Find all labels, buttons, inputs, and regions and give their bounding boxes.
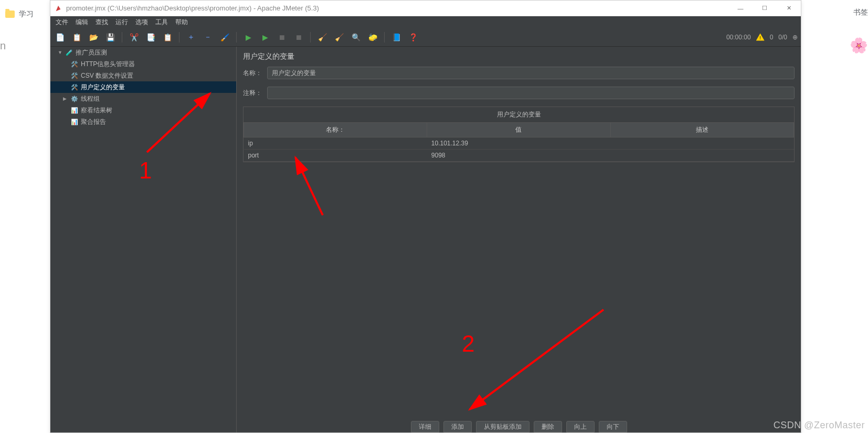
caret-right-icon[interactable]: ▶ — [63, 96, 68, 101]
shutdown-icon[interactable]: ⏹ — [292, 31, 305, 44]
add-from-clipboard-button[interactable]: 从剪贴板添加 — [476, 421, 530, 432]
chart-icon: 📊 — [70, 106, 79, 114]
tree-root-label: 推广员压测 — [76, 48, 107, 57]
tree-item-label: 聚合报告 — [81, 118, 106, 126]
copy-icon[interactable]: 📑 — [144, 31, 157, 44]
menu-file[interactable]: 文件 — [52, 17, 71, 28]
cut-icon[interactable]: ✂️ — [128, 31, 140, 44]
jmeter-icon — [55, 5, 62, 12]
cell-desc[interactable] — [610, 138, 793, 150]
open-icon[interactable]: 📂 — [87, 31, 100, 44]
table-row[interactable]: ip 10.101.12.39 — [244, 138, 794, 150]
expand-icon[interactable]: ⊕ — [792, 34, 798, 41]
annotation-number-2: 2 — [462, 331, 474, 357]
stop-icon[interactable]: ⏹ — [276, 31, 288, 44]
close-button[interactable]: ✕ — [777, 1, 801, 16]
add-button[interactable]: 添加 — [443, 421, 472, 432]
add-icon[interactable]: ＋ — [185, 31, 197, 44]
wrench-icon: 🛠️ — [70, 60, 79, 68]
clear-icon[interactable]: 🧹 — [316, 31, 329, 44]
flask-icon: 🧪 — [65, 48, 73, 57]
test-plan-tree[interactable]: ▼ 🧪 推广员压测 🛠️ HTTP信息头管理器 🛠️ CSV 数据文件设置 🛠️… — [50, 47, 237, 432]
paste-icon[interactable]: 📋 — [161, 31, 174, 44]
menu-edit[interactable]: 编辑 — [72, 17, 91, 28]
table-row[interactable]: port 9098 — [244, 150, 794, 162]
tree-item-csv[interactable]: 🛠️ CSV 数据文件设置 — [50, 70, 236, 81]
cutoff-text: n — [0, 40, 6, 52]
col-value[interactable]: 值 — [427, 123, 610, 138]
window-title: promoter.jmx (C:\Users\hmzhao\Desktop\pr… — [66, 4, 319, 12]
col-name[interactable]: 名称： — [244, 123, 427, 138]
menu-options[interactable]: 选项 — [132, 17, 151, 28]
menu-search[interactable]: 查找 — [92, 17, 111, 28]
timer-label: 00:00:00 — [726, 34, 751, 41]
search-icon[interactable]: 🔍 — [350, 31, 362, 44]
new-icon[interactable]: 📄 — [54, 31, 66, 44]
clear-all-icon[interactable]: 🧹 — [333, 31, 345, 44]
jmeter-window: promoter.jmx (C:\Users\hmzhao\Desktop\pr… — [50, 0, 801, 433]
col-desc[interactable]: 描述 — [610, 123, 793, 138]
warning-icon[interactable]: ! — [756, 34, 765, 41]
up-button[interactable]: 向上 — [566, 421, 595, 432]
tree-item-aggregate[interactable]: 📊 聚合报告 — [50, 116, 236, 128]
menu-help[interactable]: 帮助 — [172, 17, 191, 28]
tab-label: 学习 — [19, 9, 34, 19]
tree-item-label: CSV 数据文件设置 — [81, 71, 133, 80]
down-button[interactable]: 向下 — [599, 421, 627, 432]
delete-button[interactable]: 删除 — [534, 421, 562, 432]
table-title: 用户定义的变量 — [244, 107, 794, 122]
cell-name[interactable]: ip — [244, 138, 427, 150]
cell-value[interactable]: 9098 — [427, 150, 610, 162]
tree-item-label: 用户定义的变量 — [81, 83, 125, 92]
variables-table[interactable]: 名称： 值 描述 ip 10.101.12.39 — [244, 122, 794, 162]
cell-value[interactable]: 10.101.12.39 — [427, 138, 610, 150]
variables-table-wrap: 用户定义的变量 名称： 值 描述 ip 10.10 — [243, 107, 795, 162]
wrench-icon: 🛠️ — [70, 71, 79, 80]
name-input[interactable] — [267, 67, 795, 79]
start-icon[interactable]: ▶ — [242, 31, 255, 44]
wrench-icon: 🛠️ — [70, 83, 79, 91]
thread-count: 0/0 — [778, 34, 787, 41]
templates-icon[interactable]: 📋 — [70, 31, 83, 44]
save-icon[interactable]: 💾 — [104, 31, 117, 44]
main-split: ▼ 🧪 推广员压测 🛠️ HTTP信息头管理器 🛠️ CSV 数据文件设置 🛠️… — [50, 47, 801, 432]
tree-item-http-header[interactable]: 🛠️ HTTP信息头管理器 — [50, 58, 236, 70]
watermark: CSDN @ZeroMaster — [774, 420, 865, 431]
tree-item-view-results[interactable]: 📊 察看结果树 — [50, 104, 236, 116]
function-helper-icon[interactable]: 📘 — [390, 31, 403, 44]
minimize-button[interactable]: — — [728, 1, 753, 16]
remove-icon[interactable]: － — [202, 31, 214, 44]
maximize-button[interactable]: ☐ — [753, 1, 777, 16]
tree-item-label: 察看结果树 — [81, 106, 112, 115]
detail-button[interactable]: 详细 — [411, 421, 439, 432]
name-label: 名称： — [243, 69, 262, 78]
cell-desc[interactable] — [610, 150, 793, 162]
button-row: 详细 添加 从剪贴板添加 删除 向上 向下 — [237, 414, 801, 432]
tree-item-label: 线程组 — [81, 94, 100, 103]
titlebar[interactable]: promoter.jmx (C:\Users\hmzhao\Desktop\pr… — [50, 1, 801, 16]
reset-search-icon[interactable]: 🧽 — [366, 31, 379, 44]
cell-name[interactable]: port — [244, 150, 427, 162]
toolbar: 📄 📋 📂 💾 ✂️ 📑 📋 ＋ － 🖌️ ▶ ▶ ⏹ ⏹ 🧹 🧹 🔍 🧽 📘 — [50, 28, 801, 47]
app-body: 文件 编辑 查找 运行 选项 工具 帮助 📄 📋 📂 💾 ✂️ 📑 📋 ＋ － … — [50, 16, 801, 432]
chart-icon: 📊 — [70, 118, 79, 126]
caret-down-icon[interactable]: ▼ — [58, 50, 63, 55]
menu-run[interactable]: 运行 — [112, 17, 131, 28]
tree-root[interactable]: ▼ 🧪 推广员压测 — [50, 47, 236, 58]
tree-item-user-vars[interactable]: 🛠️ 用户定义的变量 — [50, 81, 236, 93]
browser-tab[interactable]: 学习 — [5, 9, 34, 19]
menu-tools[interactable]: 工具 — [152, 17, 171, 28]
tree-item-label: HTTP信息头管理器 — [81, 60, 135, 69]
window-controls: — ☐ ✕ — [728, 1, 801, 16]
panel-title: 用户定义的变量 — [243, 52, 795, 61]
toggle-icon[interactable]: 🖌️ — [218, 31, 231, 44]
menubar: 文件 编辑 查找 运行 选项 工具 帮助 — [50, 16, 801, 28]
comment-input[interactable] — [267, 87, 795, 99]
warn-count: 0 — [770, 34, 774, 41]
start-no-timers-icon[interactable]: ▶ — [259, 31, 271, 44]
gear-icon: ⚙️ — [70, 94, 79, 103]
flower-icon: 🌸 — [850, 37, 868, 54]
folder-icon — [5, 10, 15, 18]
tree-item-thread-group[interactable]: ▶ ⚙️ 线程组 — [50, 93, 236, 104]
help-icon[interactable]: ❓ — [407, 31, 419, 44]
